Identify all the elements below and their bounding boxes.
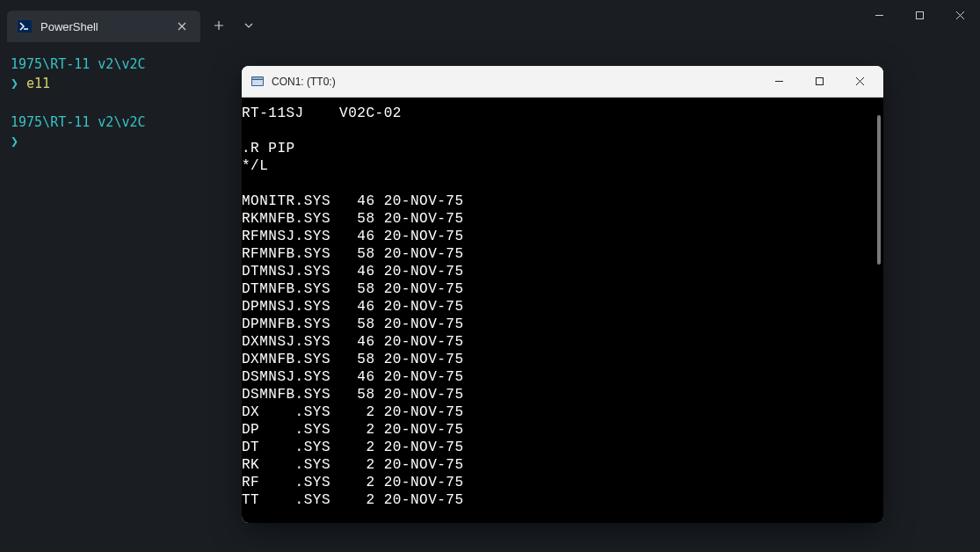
terminal-tabs: PowerShell	[0, 0, 264, 42]
maximize-button[interactable]	[899, 0, 940, 30]
tab-powershell[interactable]: PowerShell	[7, 11, 200, 42]
console-maximize-button[interactable]	[799, 68, 839, 96]
console-minimize-button[interactable]	[759, 68, 799, 96]
console-window: CON1: (TT0:) RT-11SJ V02C-02 .R PIP */L …	[242, 66, 883, 523]
svg-rect-3	[252, 77, 263, 79]
new-tab-button[interactable]	[204, 11, 234, 40]
terminal-window-controls	[859, 0, 980, 30]
prompt-command: e11	[26, 76, 50, 91]
prompt-symbol: ❯	[11, 134, 18, 149]
svg-rect-5	[816, 78, 823, 85]
console-close-button[interactable]	[839, 68, 880, 96]
svg-rect-4	[252, 80, 263, 85]
close-button[interactable]	[940, 0, 980, 30]
console-window-controls	[759, 68, 880, 96]
tab-close-button[interactable]	[174, 18, 190, 34]
console-scrollbar[interactable]	[873, 98, 883, 523]
console-body: RT-11SJ V02C-02 .R PIP */L MONITR.SYS 46…	[242, 98, 883, 523]
prompt-symbol: ❯	[11, 76, 18, 91]
powershell-icon	[18, 19, 32, 33]
console-output[interactable]: RT-11SJ V02C-02 .R PIP */L MONITR.SYS 46…	[242, 98, 873, 523]
console-scrollbar-thumb[interactable]	[877, 115, 881, 265]
console-title: CON1: (TT0:)	[272, 76, 751, 88]
tab-dropdown-button[interactable]	[234, 11, 264, 40]
prompt-path: 1975\RT-11 v2\v2C	[11, 114, 146, 130]
console-titlebar[interactable]: CON1: (TT0:)	[242, 66, 883, 98]
prompt-path: 1975\RT-11 v2\v2C	[11, 56, 146, 72]
minimize-button[interactable]	[859, 0, 899, 30]
console-app-icon	[250, 75, 265, 89]
terminal-titlebar: PowerShell	[0, 0, 980, 42]
tab-title: PowerShell	[40, 20, 165, 33]
svg-rect-1	[916, 11, 923, 18]
